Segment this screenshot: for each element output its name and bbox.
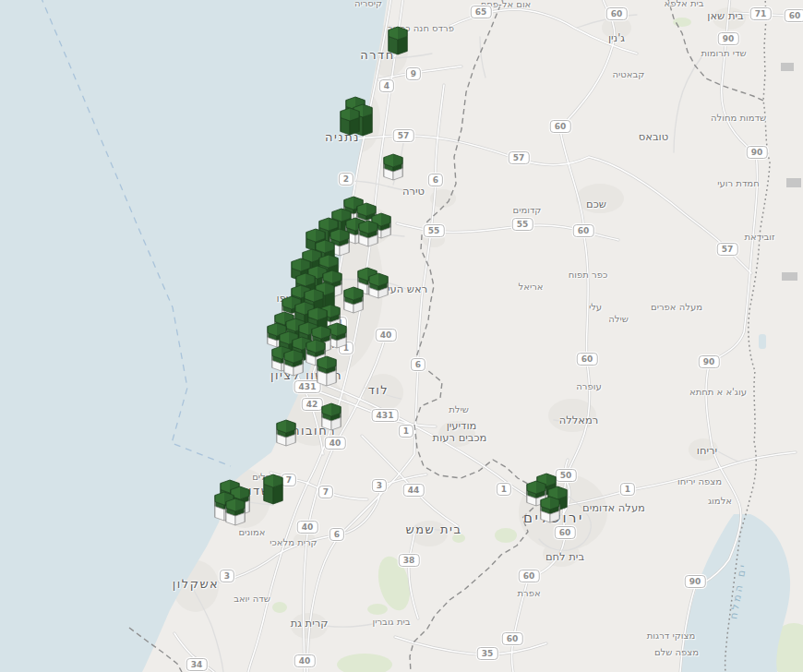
hex-marker[interactable] — [384, 154, 402, 180]
hex-marker[interactable] — [277, 420, 295, 446]
hex-marker[interactable] — [264, 474, 282, 504]
hex-marker[interactable] — [344, 287, 363, 313]
hex-markers-layer — [0, 0, 803, 672]
map-canvas[interactable]: קיסריהאום אל-פחםבית אלפאבית שאןפרדס חנה … — [0, 0, 803, 672]
hex-marker[interactable] — [341, 108, 359, 135]
hex-marker[interactable] — [284, 350, 303, 376]
hex-marker[interactable] — [369, 273, 388, 298]
hex-marker[interactable] — [389, 27, 407, 54]
hex-marker[interactable] — [226, 498, 245, 525]
hex-marker[interactable] — [359, 221, 378, 246]
hex-marker[interactable] — [322, 403, 341, 430]
hex-marker[interactable] — [318, 356, 336, 386]
hex-marker[interactable] — [541, 497, 559, 522]
